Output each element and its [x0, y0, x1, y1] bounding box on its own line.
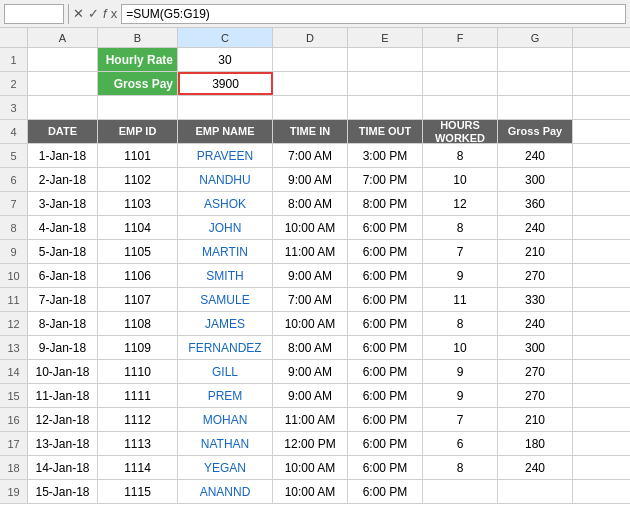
cell-15-c[interactable]: PREM	[178, 384, 273, 407]
cell-8-e[interactable]: 6:00 PM	[348, 216, 423, 239]
cell-9-g[interactable]: 210	[498, 240, 573, 263]
cell-12-c[interactable]: JAMES	[178, 312, 273, 335]
cell-3-d[interactable]	[273, 96, 348, 119]
cell-8-b[interactable]: 1104	[98, 216, 178, 239]
cell-13-c[interactable]: FERNANDEZ	[178, 336, 273, 359]
cell-10-d[interactable]: 9:00 AM	[273, 264, 348, 287]
cell-7-a[interactable]: 3-Jan-18	[28, 192, 98, 215]
cell-15-b[interactable]: 1111	[98, 384, 178, 407]
cell-4-d[interactable]: TIME IN	[273, 120, 348, 143]
cell-2-f[interactable]	[423, 72, 498, 95]
cell-reference-box[interactable]	[4, 4, 64, 24]
cell-1-f[interactable]	[423, 48, 498, 71]
cell-9-e[interactable]: 6:00 PM	[348, 240, 423, 263]
cell-19-a[interactable]: 15-Jan-18	[28, 480, 98, 503]
cell-7-e[interactable]: 8:00 PM	[348, 192, 423, 215]
cell-9-f[interactable]: 7	[423, 240, 498, 263]
cell-7-b[interactable]: 1103	[98, 192, 178, 215]
cell-3-e[interactable]	[348, 96, 423, 119]
cell-5-c[interactable]: PRAVEEN	[178, 144, 273, 167]
cell-5-g[interactable]: 240	[498, 144, 573, 167]
cell-8-d[interactable]: 10:00 AM	[273, 216, 348, 239]
cell-7-g[interactable]: 360	[498, 192, 573, 215]
cell-11-b[interactable]: 1107	[98, 288, 178, 311]
cell-8-c[interactable]: JOHN	[178, 216, 273, 239]
cell-15-d[interactable]: 9:00 AM	[273, 384, 348, 407]
cell-10-f[interactable]: 9	[423, 264, 498, 287]
cell-18-c[interactable]: YEGAN	[178, 456, 273, 479]
cell-18-e[interactable]: 6:00 PM	[348, 456, 423, 479]
col-header-f[interactable]: F	[423, 28, 498, 47]
cell-6-f[interactable]: 10	[423, 168, 498, 191]
cell-14-d[interactable]: 9:00 AM	[273, 360, 348, 383]
cell-4-a[interactable]: DATE	[28, 120, 98, 143]
cell-4-g[interactable]: Gross Pay	[498, 120, 573, 143]
cell-14-e[interactable]: 6:00 PM	[348, 360, 423, 383]
cell-14-f[interactable]: 9	[423, 360, 498, 383]
cell-11-g[interactable]: 330	[498, 288, 573, 311]
cell-13-a[interactable]: 9-Jan-18	[28, 336, 98, 359]
cell-18-b[interactable]: 1114	[98, 456, 178, 479]
cell-13-b[interactable]: 1109	[98, 336, 178, 359]
cell-16-e[interactable]: 6:00 PM	[348, 408, 423, 431]
cell-5-a[interactable]: 1-Jan-18	[28, 144, 98, 167]
cell-2-b[interactable]: Gross Pay	[98, 72, 178, 95]
cell-3-f[interactable]	[423, 96, 498, 119]
cell-5-f[interactable]: 8	[423, 144, 498, 167]
cell-10-a[interactable]: 6-Jan-18	[28, 264, 98, 287]
cell-12-g[interactable]: 240	[498, 312, 573, 335]
cell-5-d[interactable]: 7:00 AM	[273, 144, 348, 167]
cell-6-b[interactable]: 1102	[98, 168, 178, 191]
cell-16-g[interactable]: 210	[498, 408, 573, 431]
cell-12-f[interactable]: 8	[423, 312, 498, 335]
cell-10-e[interactable]: 6:00 PM	[348, 264, 423, 287]
cell-11-c[interactable]: SAMULE	[178, 288, 273, 311]
col-header-a[interactable]: A	[28, 28, 98, 47]
cell-6-e[interactable]: 7:00 PM	[348, 168, 423, 191]
cell-7-f[interactable]: 12	[423, 192, 498, 215]
cell-11-e[interactable]: 6:00 PM	[348, 288, 423, 311]
cell-14-g[interactable]: 270	[498, 360, 573, 383]
col-header-g[interactable]: G	[498, 28, 573, 47]
cell-4-f[interactable]: HOURS WORKED	[423, 120, 498, 143]
col-header-c[interactable]: C	[178, 28, 273, 47]
cell-12-a[interactable]: 8-Jan-18	[28, 312, 98, 335]
cell-13-f[interactable]: 10	[423, 336, 498, 359]
cell-19-e[interactable]: 6:00 PM	[348, 480, 423, 503]
cell-17-d[interactable]: 12:00 PM	[273, 432, 348, 455]
cell-5-b[interactable]: 1101	[98, 144, 178, 167]
cell-2-e[interactable]	[348, 72, 423, 95]
cell-19-c[interactable]: ANANND	[178, 480, 273, 503]
cell-6-a[interactable]: 2-Jan-18	[28, 168, 98, 191]
cell-8-f[interactable]: 8	[423, 216, 498, 239]
cell-7-c[interactable]: ASHOK	[178, 192, 273, 215]
function-icon[interactable]: f	[103, 6, 107, 21]
cell-11-d[interactable]: 7:00 AM	[273, 288, 348, 311]
cell-12-d[interactable]: 10:00 AM	[273, 312, 348, 335]
cell-1-d[interactable]	[273, 48, 348, 71]
cell-14-b[interactable]: 1110	[98, 360, 178, 383]
cell-9-b[interactable]: 1105	[98, 240, 178, 263]
cell-15-a[interactable]: 11-Jan-18	[28, 384, 98, 407]
cell-9-a[interactable]: 5-Jan-18	[28, 240, 98, 263]
cell-4-e[interactable]: TIME OUT	[348, 120, 423, 143]
cell-13-g[interactable]: 300	[498, 336, 573, 359]
cell-16-f[interactable]: 7	[423, 408, 498, 431]
col-header-e[interactable]: E	[348, 28, 423, 47]
cell-6-d[interactable]: 9:00 AM	[273, 168, 348, 191]
cell-17-c[interactable]: NATHAN	[178, 432, 273, 455]
cell-12-b[interactable]: 1108	[98, 312, 178, 335]
cell-17-e[interactable]: 6:00 PM	[348, 432, 423, 455]
cell-19-b[interactable]: 1115	[98, 480, 178, 503]
cell-2-g[interactable]	[498, 72, 573, 95]
col-header-d[interactable]: D	[273, 28, 348, 47]
cell-1-g[interactable]	[498, 48, 573, 71]
cell-15-f[interactable]: 9	[423, 384, 498, 407]
cell-10-c[interactable]: SMITH	[178, 264, 273, 287]
cell-9-d[interactable]: 11:00 AM	[273, 240, 348, 263]
cell-17-a[interactable]: 13-Jan-18	[28, 432, 98, 455]
cell-11-f[interactable]: 11	[423, 288, 498, 311]
cell-19-d[interactable]: 10:00 AM	[273, 480, 348, 503]
cell-8-g[interactable]: 240	[498, 216, 573, 239]
cell-15-e[interactable]: 6:00 PM	[348, 384, 423, 407]
